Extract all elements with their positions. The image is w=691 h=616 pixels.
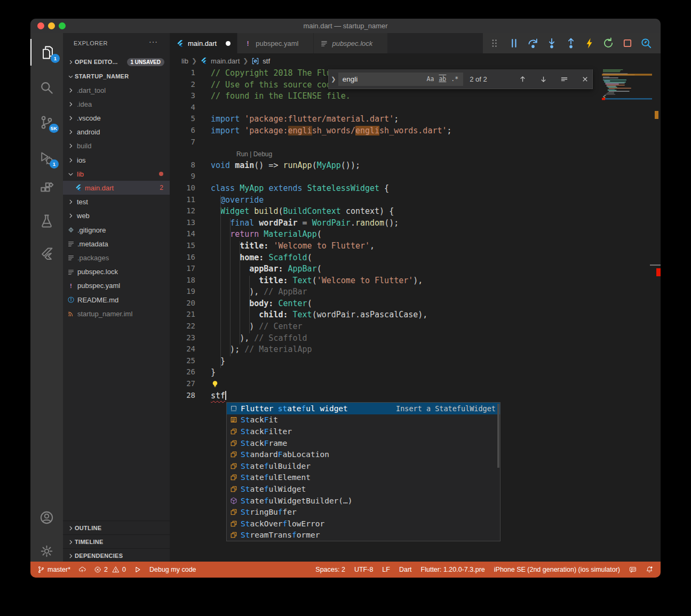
suggestion-item[interactable]: StringBuffer — [227, 506, 500, 518]
activity-run-debug[interactable]: 1 — [30, 145, 63, 171]
status-eol[interactable]: LF — [382, 566, 390, 573]
status-run[interactable] — [134, 566, 141, 573]
minimap[interactable] — [602, 69, 652, 143]
error-c-icon — [94, 566, 101, 573]
codelens-run-debug[interactable]: Run | Debug — [236, 149, 272, 161]
step-out-button[interactable] — [564, 36, 578, 50]
hot-reload-button[interactable] — [583, 36, 597, 50]
breadcrumb[interactable]: lib❯main.dart❯stf — [170, 53, 661, 68]
file-.packages[interactable]: .packages — [63, 251, 170, 265]
step-into-button[interactable] — [545, 36, 559, 50]
breadcrumb-symbol[interactable]: stf — [263, 57, 270, 65]
suggestion-item[interactable]: StackOverflowError — [227, 518, 500, 530]
code-line: 7 — [170, 138, 661, 149]
status-device[interactable]: iPhone SE (2nd generation) (ios simulato… — [494, 566, 620, 573]
tab-main.dart[interactable]: main.dart — [170, 33, 237, 53]
status-debug-config[interactable]: Debug my code — [149, 566, 196, 573]
status-language[interactable]: Dart — [399, 566, 412, 573]
step-over-button[interactable] — [526, 36, 540, 50]
find-in-selection-icon[interactable] — [558, 72, 571, 86]
close-find-icon[interactable] — [578, 72, 592, 86]
suggestion-item[interactable]: StackFrame — [227, 437, 500, 449]
file-main.dart[interactable]: main.dart2 — [63, 181, 170, 195]
folder-.idea[interactable]: .idea — [63, 97, 170, 111]
class-icon — [230, 462, 241, 470]
git-icon — [66, 226, 75, 234]
search-icon — [39, 81, 54, 95]
lines-icon — [66, 240, 75, 247]
section-outline[interactable]: OUTLINE — [63, 521, 170, 535]
folder-ios[interactable]: ios — [63, 153, 170, 167]
more-actions-icon[interactable]: ··· — [149, 37, 158, 46]
chevron-down-icon — [66, 74, 75, 79]
folder-web[interactable]: web — [63, 209, 170, 223]
section-dependencies[interactable]: DEPENDENCIES — [63, 548, 170, 563]
open-devtools-button[interactable] — [639, 36, 653, 50]
breadcrumb-folder[interactable]: lib — [181, 57, 188, 65]
open-editors-section[interactable]: OPEN EDITO... 1 UNSAVED — [63, 55, 170, 69]
suggestion-item[interactable]: StatefulWidget — [227, 483, 500, 495]
bang-icon: ! — [244, 39, 252, 47]
suggestion-item[interactable]: StandardFabLocation — [227, 449, 500, 460]
suggestion-item[interactable]: StatefulElement — [227, 472, 500, 484]
file-.metadata[interactable]: .metadata — [63, 237, 170, 251]
status-flutter-version[interactable]: Flutter: 1.20.0-7.3.pre — [421, 566, 485, 573]
suggestion-item[interactable]: StreamTransformer — [227, 530, 500, 541]
code-line: 11 @override — [170, 195, 661, 207]
restart-button[interactable] — [601, 36, 615, 50]
tab-pubspec.yaml[interactable]: !pubspec.yaml — [237, 33, 314, 53]
folder-.vscode[interactable]: .vscode — [63, 111, 170, 125]
regex-icon[interactable]: .* — [451, 75, 458, 83]
modified-indicator[interactable] — [226, 41, 231, 46]
find-toggle-chevron-icon[interactable]: ❯ — [329, 69, 338, 89]
breadcrumb-file[interactable]: main.dart — [211, 57, 240, 65]
suggestion-detail: Insert a StatefulWidget — [396, 404, 496, 413]
pause-button[interactable] — [507, 36, 521, 50]
suggestion-item[interactable]: StackFit — [227, 414, 500, 426]
tab-pubspec.lock[interactable]: pubspec.lock — [314, 33, 388, 53]
lightbulb-icon[interactable] — [211, 380, 219, 388]
status-feedback[interactable] — [629, 566, 637, 573]
activity-extensions[interactable] — [30, 174, 63, 201]
file-.gitignore[interactable]: .gitignore — [63, 223, 170, 237]
activity-search[interactable] — [30, 74, 63, 101]
suggestion-item[interactable]: StatefulWidgetBuilder(…) — [227, 495, 500, 507]
status-notifications[interactable] — [646, 566, 653, 573]
find-input[interactable]: engli Aa ab .* — [338, 73, 463, 86]
stop-button[interactable] — [621, 36, 634, 50]
activity-explorer[interactable]: 1 — [30, 39, 64, 66]
file-startup_namer.iml[interactable]: startup_namer.iml — [63, 307, 170, 321]
activity-flutter[interactable] — [30, 241, 63, 267]
status-indentation[interactable]: Spaces: 2 — [315, 566, 345, 573]
file-pubspec.yaml[interactable]: !pubspec.yaml — [63, 279, 170, 293]
unsaved-badge: 1 UNSAVED — [127, 58, 165, 66]
code-line: 23 ), // Scaffold — [170, 333, 661, 345]
folder-test[interactable]: test — [63, 195, 170, 209]
chevron-right-icon — [66, 199, 75, 205]
match-case-icon[interactable]: Aa — [427, 75, 434, 83]
status-encoding[interactable]: UTF-8 — [354, 566, 373, 573]
folder-android[interactable]: android — [63, 125, 170, 139]
suggestion-item[interactable]: StatefulBuilder — [227, 460, 500, 472]
status-git-branch[interactable]: master* — [37, 566, 70, 573]
folder-build[interactable]: build — [63, 139, 170, 153]
file-README.md[interactable]: README.md — [63, 293, 170, 307]
next-match-icon[interactable] — [537, 72, 551, 86]
section-timeline[interactable]: TIMELINE — [63, 534, 170, 549]
activity-settings[interactable] — [30, 538, 63, 564]
activity-testing[interactable] — [30, 207, 63, 234]
previous-match-icon[interactable] — [516, 72, 530, 86]
activity-accounts[interactable] — [30, 504, 63, 531]
suggestion-item[interactable]: Flutter stateful widgetInsert a Stateful… — [227, 403, 500, 414]
file-pubspec.lock[interactable]: pubspec.lock — [63, 265, 170, 279]
status-problems[interactable]: 20 — [94, 566, 126, 573]
status-sync[interactable] — [78, 566, 86, 573]
project-section-header[interactable]: STARTUP_NAMER — [63, 69, 170, 83]
folder-.dart_tool[interactable]: .dart_tool — [63, 83, 170, 97]
folder-lib[interactable]: lib — [63, 167, 170, 181]
activity-source-control[interactable]: 5K — [30, 109, 63, 135]
activity-bar: 15K1 — [30, 33, 63, 562]
whole-word-icon[interactable]: ab — [439, 75, 446, 83]
suggestion-item[interactable]: StackFilter — [227, 426, 500, 437]
popup-scrollbar[interactable] — [497, 404, 499, 468]
